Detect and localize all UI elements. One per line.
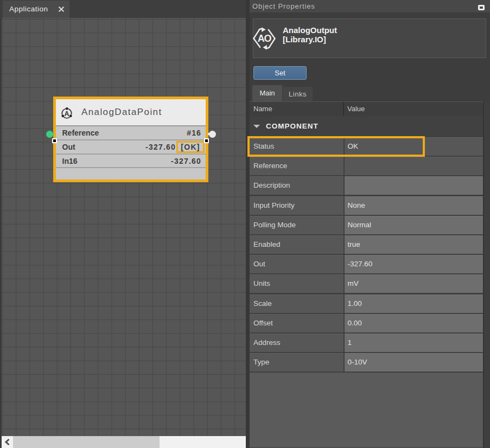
svg-text:AO: AO [258, 33, 272, 44]
svg-text:A: A [64, 110, 69, 118]
